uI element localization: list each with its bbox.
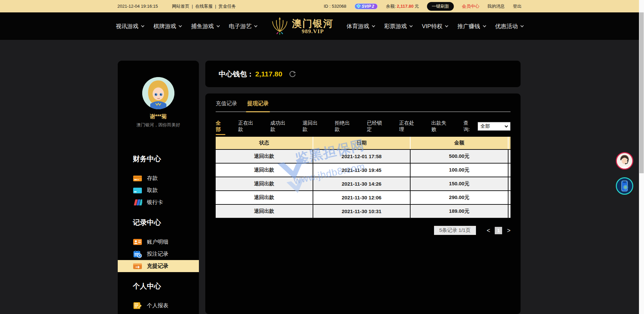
cell-status: 退回出款 bbox=[216, 149, 313, 163]
cell-date: 2021-12-01 17:58 bbox=[313, 149, 410, 163]
filter-processing[interactable]: 正在处理 bbox=[399, 120, 419, 133]
sidebar-item-bet-records[interactable]: 投注记录 bbox=[118, 248, 199, 260]
sidebar-item-personal-report[interactable]: 个人报表 bbox=[118, 300, 199, 312]
filter-returned[interactable]: 退回出款 bbox=[303, 120, 322, 133]
cell-date: 2021-11-30 12:06 bbox=[313, 191, 410, 204]
personal-report-icon bbox=[133, 302, 142, 310]
col-spacer bbox=[508, 137, 511, 149]
cell-amount: 500.00元 bbox=[410, 149, 508, 163]
table-row: 退回出款 2021-11-30 10:31 189.00元 bbox=[216, 204, 511, 218]
nav-item-lottery[interactable]: 彩票游戏 bbox=[384, 22, 412, 30]
nav-item-live-casino[interactable]: 视讯游戏 bbox=[116, 22, 144, 30]
my-messages-link[interactable]: 我的消息 bbox=[487, 3, 505, 9]
filter-all[interactable]: 全部 bbox=[216, 120, 225, 133]
col-amount: 金额 bbox=[410, 137, 508, 149]
topbar: 2021-12-04 19:16:15 网站首页|在线客服|赏金任务 ID : … bbox=[0, 0, 639, 12]
section-title-finance: 财务中心 bbox=[133, 154, 199, 164]
filter-failed[interactable]: 出款失败 bbox=[431, 120, 451, 133]
nav-item-vip-privilege[interactable]: VIP特权 bbox=[422, 22, 448, 30]
chevron-down-icon bbox=[254, 24, 258, 27]
sidebar-item-bank-card[interactable]: 银行卡 bbox=[118, 196, 199, 208]
nav-item-sports[interactable]: 体育游戏 bbox=[346, 22, 375, 30]
nav-label: 体育游戏 bbox=[346, 22, 369, 30]
cell-status: 退回出款 bbox=[216, 177, 313, 191]
avatar-girl-illustration bbox=[142, 77, 174, 109]
nav-item-fishing-games[interactable]: 捕鱼游戏 bbox=[191, 22, 219, 30]
sidebar-item-label: 存款 bbox=[147, 175, 158, 182]
cell-date: 2021-11-30 14:26 bbox=[313, 177, 410, 191]
nav-label: 优惠活动 bbox=[495, 22, 518, 30]
sidebar-item-label: 取款 bbox=[147, 187, 158, 194]
tab-deposit-records[interactable]: 充值记录 bbox=[216, 100, 237, 107]
chevron-down-icon bbox=[505, 124, 508, 128]
site-logo[interactable]: 澳门银河 989.VIP bbox=[270, 16, 334, 36]
cell-amount: 290.00元 bbox=[410, 191, 508, 204]
logout-link[interactable]: 登出 bbox=[513, 3, 522, 9]
svip-badge: SVIP 2 bbox=[355, 3, 378, 9]
sidebar-item-withdraw[interactable]: 取款 bbox=[118, 184, 199, 196]
record-tabs: 充值记录 提现记录 bbox=[216, 100, 511, 112]
chevron-down-icon bbox=[372, 24, 375, 27]
deposit-withdraw-record-icon bbox=[133, 262, 142, 270]
nav-item-board-games[interactable]: 棋牌游戏 bbox=[153, 22, 181, 30]
one-key-refresh-button[interactable]: 一键刷新 bbox=[427, 2, 454, 11]
balance-label: 余额: bbox=[386, 4, 396, 9]
prev-page-button[interactable]: < bbox=[487, 227, 490, 234]
app-download-float-button[interactable] bbox=[616, 177, 633, 195]
scrollbar-thumb[interactable] bbox=[639, 12, 644, 173]
chevron-down-icon bbox=[216, 24, 220, 27]
col-date: 日期 bbox=[313, 137, 410, 149]
sidebar-item-security-center[interactable]: 安全中心 bbox=[118, 312, 199, 314]
avatar[interactable] bbox=[142, 77, 174, 109]
topbar-links: 网站首页|在线客服|赏金任务 bbox=[172, 3, 236, 9]
wallet-card: 中心钱包： 2,117.80 bbox=[205, 61, 521, 87]
home-link[interactable]: 网站首页 bbox=[172, 4, 190, 9]
customer-service-float-button[interactable] bbox=[616, 152, 633, 170]
filter-rejected[interactable]: 拒绝出款 bbox=[335, 120, 354, 133]
nav-item-promotion-earn[interactable]: 推广赚钱 bbox=[458, 22, 486, 30]
nav-label: 彩票游戏 bbox=[384, 22, 407, 30]
nav-item-offers[interactable]: 优惠活动 bbox=[495, 22, 523, 30]
chevron-down-icon bbox=[520, 24, 524, 27]
sidebar-item-label: 银行卡 bbox=[147, 199, 163, 206]
cell-spacer bbox=[508, 163, 511, 177]
cell-date: 2021-11-30 19:45 bbox=[313, 163, 410, 177]
filter-paying-out[interactable]: 正在出款 bbox=[238, 120, 258, 133]
sidebar-item-account-detail[interactable]: 账户明细 bbox=[118, 236, 199, 248]
sidebar: 谢***菊 澳门银河，因你而美好 财务中心 存款 取款 银行卡 记录中心 账户明… bbox=[118, 61, 199, 314]
records-count: 5条记录 1/1页 bbox=[434, 226, 476, 235]
diamond-icon bbox=[356, 4, 361, 8]
bounty-task-link[interactable]: 赏金任务 bbox=[219, 4, 236, 9]
nav-label: 推广赚钱 bbox=[458, 22, 480, 30]
cell-spacer bbox=[508, 177, 511, 191]
nav-label: 视讯游戏 bbox=[116, 22, 139, 30]
table-header-row: 状态 日期 金额 bbox=[216, 137, 511, 149]
nav-label: 电子游艺 bbox=[229, 22, 252, 30]
current-page[interactable]: 1 bbox=[495, 227, 502, 234]
sidebar-item-label: 账户明细 bbox=[147, 239, 168, 246]
datetime: 2021-12-04 19:16:15 bbox=[117, 4, 158, 9]
logo-subtitle: 989.VIP bbox=[292, 28, 334, 34]
member-center-link[interactable]: 会员中心 bbox=[462, 3, 479, 9]
filter-locked[interactable]: 已经锁定 bbox=[367, 120, 386, 133]
sidebar-item-deposit-withdraw-records[interactable]: 充提记录 bbox=[118, 260, 199, 272]
account-detail-icon bbox=[133, 238, 142, 246]
cell-amount: 189.00元 bbox=[410, 204, 508, 218]
next-page-button[interactable]: > bbox=[507, 227, 511, 234]
query-select[interactable]: 全部 bbox=[478, 122, 511, 131]
refresh-icon[interactable] bbox=[288, 70, 297, 78]
table-row: 退回出款 2021-11-30 14:26 150.00元 bbox=[216, 177, 511, 191]
chevron-down-icon bbox=[179, 24, 182, 27]
tab-withdraw-records[interactable]: 提现记录 bbox=[247, 100, 269, 107]
chevron-down-icon bbox=[445, 24, 448, 27]
nav-item-slot-games[interactable]: 电子游艺 bbox=[229, 22, 257, 30]
filter-success[interactable]: 成功出款 bbox=[270, 120, 290, 133]
page-scrollbar[interactable] bbox=[639, 0, 644, 314]
online-service-link[interactable]: 在线客服 bbox=[195, 4, 213, 9]
deposit-card-icon bbox=[133, 175, 142, 182]
sidebar-item-label: 投注记录 bbox=[147, 251, 168, 258]
wallet-label: 中心钱包： bbox=[219, 69, 254, 79]
balance-unit: 元 bbox=[415, 4, 419, 9]
cell-spacer bbox=[508, 191, 511, 204]
sidebar-item-deposit[interactable]: 存款 bbox=[118, 172, 199, 184]
